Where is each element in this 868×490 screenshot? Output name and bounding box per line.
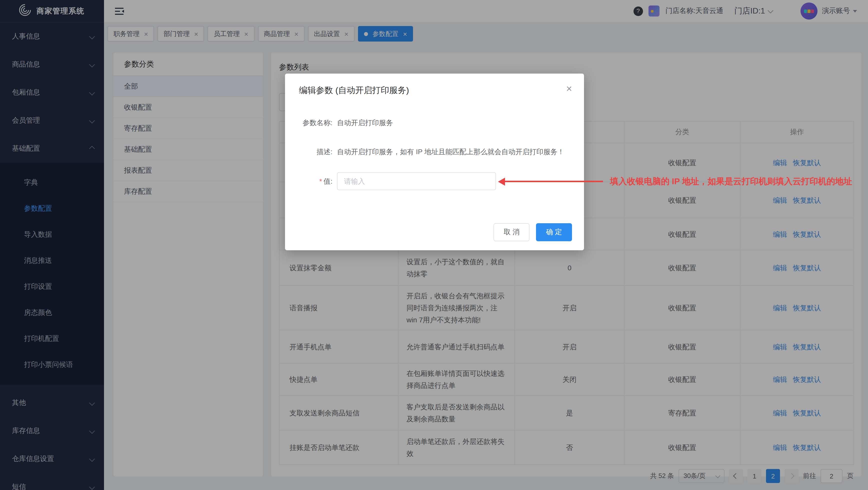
param-value-input[interactable]: [337, 172, 496, 190]
modal-footer: 取 消 确 定: [494, 223, 572, 241]
close-icon[interactable]: ×: [566, 84, 572, 94]
param-value-label: *值:: [299, 176, 333, 187]
confirm-button[interactable]: 确 定: [536, 223, 572, 241]
app-root: 商家管理系统 人事信息商品信息包厢信息会员管理基础配置字典参数配置导入数据消息推…: [0, 0, 868, 490]
param-name-label: 参数名称:: [299, 117, 333, 128]
annotation-text: 填入收银电脑的 IP 地址，如果是云打印机则填入云打印机的地址: [610, 176, 852, 187]
cancel-button[interactable]: 取 消: [494, 223, 529, 241]
param-desc-label: 描述:: [299, 146, 333, 157]
param-name-field: 参数名称: 自动开启打印服务: [299, 117, 584, 128]
required-asterisk: *: [319, 177, 322, 185]
modal-title: 编辑参数 (自动开启打印服务): [285, 74, 584, 96]
arrow-line: [505, 181, 603, 182]
annotation: 填入收银电脑的 IP 地址，如果是云打印机则填入云打印机的地址: [498, 176, 852, 187]
arrow-left-icon: [498, 177, 505, 185]
param-desc-value: 自动开启打印服务，如有 IP 地址且能匹配上那么就会自动开启打印服务！: [337, 146, 564, 157]
edit-param-modal: 编辑参数 (自动开启打印服务) × 参数名称: 自动开启打印服务 描述: 自动开…: [285, 74, 584, 250]
param-desc-field: 描述: 自动开启打印服务，如有 IP 地址且能匹配上那么就会自动开启打印服务！: [299, 146, 584, 157]
param-name-value: 自动开启打印服务: [337, 117, 393, 128]
